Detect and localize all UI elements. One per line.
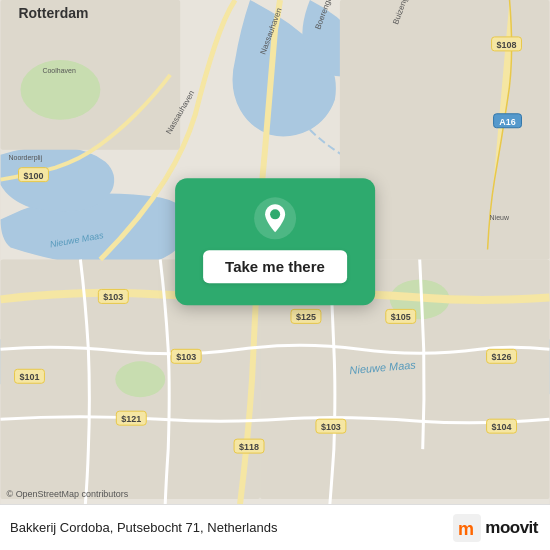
take-me-there-button[interactable]: Take me there [203,250,347,283]
svg-text:$125: $125 [296,312,316,322]
svg-text:$108: $108 [497,40,517,50]
overlay-card: Take me there [175,178,375,305]
svg-point-48 [270,209,280,219]
svg-text:Nieuw: Nieuw [490,214,510,221]
svg-text:m: m [458,519,474,539]
svg-text:$105: $105 [391,312,411,322]
svg-text:$118: $118 [239,442,259,452]
svg-text:$121: $121 [121,414,141,424]
moovit-logo: m moovit [453,514,538,542]
svg-text:$103: $103 [103,292,123,302]
svg-text:$103: $103 [321,422,341,432]
svg-text:A16: A16 [499,117,515,127]
svg-text:$104: $104 [492,422,512,432]
svg-point-7 [115,361,165,397]
bottom-bar: Bakkerij Cordoba, Putsebocht 71, Netherl… [0,504,550,550]
svg-text:$100: $100 [24,171,44,181]
app: Rotterdam Nieuwe Maas Nieuwe Maas Nassau… [0,0,550,550]
moovit-icon: m [453,514,481,542]
map-container: Rotterdam Nieuwe Maas Nieuwe Maas Nassau… [0,0,550,504]
moovit-label: moovit [485,518,538,538]
svg-text:$103: $103 [176,352,196,362]
svg-text:© OpenStreetMap contributors: © OpenStreetMap contributors [7,489,129,499]
address-text: Bakkerij Cordoba, Putsebocht 71, Netherl… [10,520,277,535]
svg-text:$126: $126 [492,352,512,362]
svg-text:Rotterdam: Rotterdam [19,5,89,21]
svg-text:Noorderplij: Noorderplij [9,154,43,162]
location-pin-icon [253,196,297,240]
svg-text:$101: $101 [20,372,40,382]
svg-text:Coolhaven: Coolhaven [42,67,75,74]
